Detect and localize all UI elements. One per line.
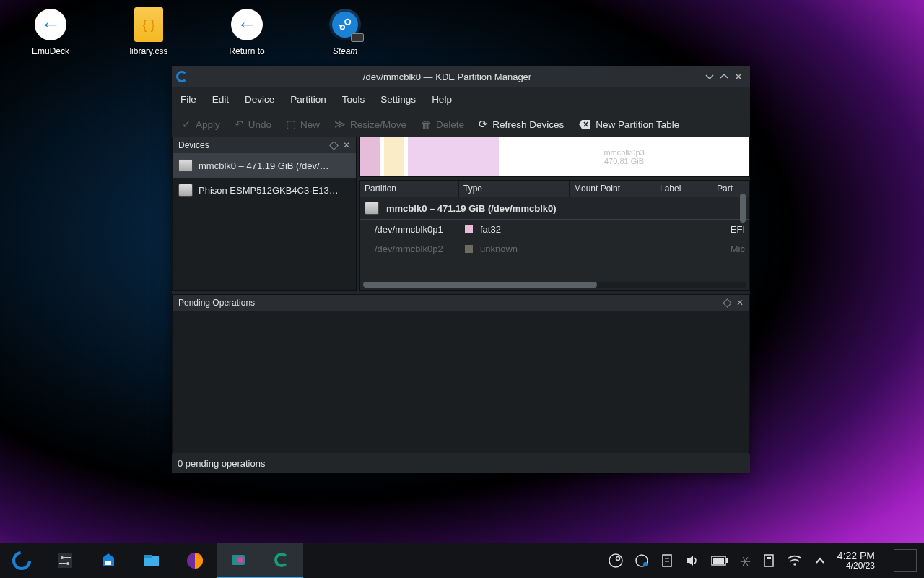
svg-point-15 <box>609 554 622 567</box>
horizontal-scrollbar[interactable] <box>363 282 746 288</box>
arrow-left-icon: ← <box>231 9 263 40</box>
system-tray: ⚹ 4:22 PM 4/20/23 <box>609 549 924 572</box>
clock[interactable]: 4:22 PM 4/20/23 <box>837 550 875 571</box>
partition-segment-4[interactable]: mmcblk0p3 470.81 GiB <box>499 137 749 176</box>
svg-rect-10 <box>144 556 159 566</box>
pending-title: Pending Operations <box>178 298 724 308</box>
device-item-mmcblk0[interactable]: mmcblk0 – 471.19 GiB (/dev/… <box>173 153 356 178</box>
taskbar: ⚹ 4:22 PM 4/20/23 <box>0 543 924 578</box>
task-dolphin[interactable] <box>130 543 173 578</box>
clipboard-icon[interactable] <box>661 553 674 568</box>
new-partition-table-button[interactable]: New Partition Table <box>578 119 679 130</box>
new-button[interactable]: ▢New <box>286 118 320 131</box>
apply-button[interactable]: ✓Apply <box>182 118 220 131</box>
panel-close-icon[interactable]: ✕ <box>343 140 350 150</box>
menu-device[interactable]: Device <box>245 94 274 105</box>
steam-tray-icon[interactable] <box>609 553 623 568</box>
task-settings[interactable] <box>43 543 87 578</box>
window-title: /dev/mmcblk0 — KDE Partition Manager <box>192 72 702 82</box>
menu-partition[interactable]: Partition <box>290 94 326 105</box>
start-button[interactable] <box>0 543 43 578</box>
partition-table: Partition Type Mount Point Label Part mm… <box>359 180 750 291</box>
menu-file[interactable]: File <box>180 94 196 105</box>
th-mount[interactable]: Mount Point <box>570 181 655 197</box>
partition-manager-window: /dev/mmcblk0 — KDE Partition Manager Fil… <box>172 66 750 473</box>
menu-edit[interactable]: Edit <box>212 94 229 105</box>
battery-icon[interactable] <box>711 556 728 566</box>
menubar: File Edit Device Partition Tools Setting… <box>172 87 750 112</box>
svg-rect-23 <box>713 558 724 564</box>
svg-rect-11 <box>144 555 152 558</box>
task-discover[interactable] <box>87 543 130 578</box>
trash-icon: 🗑 <box>421 118 432 131</box>
desktop-icon-returnto[interactable]: ← Return to <box>218 7 276 56</box>
steam-icon <box>329 9 361 40</box>
keyboard-icon[interactable] <box>762 553 775 568</box>
desktop-icon-steam[interactable]: Steam <box>316 7 374 56</box>
desktop-icons: ← EmuDeck { } library.css ← Return to St… <box>22 7 374 56</box>
partition-segment-2[interactable] <box>384 137 404 176</box>
table-header: Partition Type Mount Point Label Part <box>360 181 749 197</box>
resize-button[interactable]: ≫Resize/Move <box>334 118 406 131</box>
table-row[interactable]: /dev/mmcblk0p2 unknown Mic <box>360 239 749 259</box>
svg-point-5 <box>61 556 64 559</box>
titlebar[interactable]: /dev/mmcblk0 — KDE Partition Manager <box>172 66 750 87</box>
chevron-up-icon[interactable] <box>814 555 826 566</box>
undo-icon: ↶ <box>235 118 244 131</box>
arrow-left-icon: ← <box>35 9 66 40</box>
device-item-phison[interactable]: Phison ESMP512GKB4C3-E13… <box>173 178 356 202</box>
svg-point-7 <box>66 562 69 565</box>
panel-float-icon[interactable] <box>723 298 732 308</box>
th-partition[interactable]: Partition <box>360 181 459 197</box>
erase-icon <box>578 119 591 129</box>
delete-button[interactable]: 🗑Delete <box>421 118 464 131</box>
drive-icon <box>365 202 379 215</box>
vertical-scrollbar[interactable] <box>740 194 746 223</box>
undo-button[interactable]: ↶Undo <box>235 118 271 131</box>
fs-color-icon <box>465 245 473 253</box>
devices-title: Devices <box>178 140 331 150</box>
desktop-icon-emudeck[interactable]: ← EmuDeck <box>22 7 79 56</box>
svg-point-3 <box>14 553 30 569</box>
task-firefox[interactable] <box>173 543 217 578</box>
svg-point-14 <box>237 557 243 563</box>
th-label[interactable]: Label <box>655 181 712 197</box>
svg-point-0 <box>345 20 350 25</box>
panel-close-icon[interactable]: ✕ <box>736 298 744 308</box>
main-area: mmcblk0p3 470.81 GiB Partition Type Moun… <box>359 137 750 291</box>
updates-icon[interactable] <box>635 553 649 568</box>
app-icon <box>176 71 188 82</box>
wifi-icon[interactable] <box>787 554 803 567</box>
th-type[interactable]: Type <box>459 181 570 197</box>
resize-icon: ≫ <box>334 118 346 131</box>
close-button[interactable] <box>731 69 746 84</box>
svg-rect-26 <box>767 557 771 559</box>
refresh-button[interactable]: ⟳Refresh Devices <box>479 118 564 131</box>
menu-tools[interactable]: Tools <box>342 94 365 105</box>
devices-panel: Devices ✕ mmcblk0 – 471.19 GiB (/dev/… P… <box>172 137 357 291</box>
task-spectacle[interactable] <box>217 543 260 578</box>
bluetooth-icon[interactable]: ⚹ <box>740 553 751 569</box>
fs-color-icon <box>465 225 473 233</box>
partition-segment-3[interactable] <box>408 137 499 176</box>
menu-settings[interactable]: Settings <box>380 94 416 105</box>
svg-point-16 <box>616 557 619 561</box>
panel-float-icon[interactable] <box>329 141 339 150</box>
minimize-button[interactable] <box>702 69 717 84</box>
partition-graph[interactable]: mmcblk0p3 470.81 GiB <box>359 137 750 177</box>
css-file-icon: { } <box>134 7 163 42</box>
svg-rect-9 <box>105 561 111 565</box>
partition-segment-1[interactable] <box>360 137 380 176</box>
task-partition-manager[interactable] <box>260 543 303 578</box>
desktop-icon-librarycss[interactable]: { } library.css <box>120 7 178 56</box>
device-row[interactable]: mmcblk0 – 471.19 GiB (/dev/mmcblk0) <box>360 197 749 220</box>
show-desktop-button[interactable] <box>894 549 917 572</box>
volume-icon[interactable] <box>685 553 699 568</box>
refresh-icon: ⟳ <box>479 118 488 131</box>
menu-help[interactable]: Help <box>432 94 452 105</box>
desktop-icon-label: library.css <box>129 46 167 56</box>
maximize-button[interactable] <box>717 69 731 84</box>
toolbar: ✓Apply ↶Undo ▢New ≫Resize/Move 🗑Delete ⟳… <box>172 112 750 137</box>
svg-rect-25 <box>764 555 773 566</box>
table-row[interactable]: /dev/mmcblk0p1 fat32 EFI <box>360 220 749 239</box>
